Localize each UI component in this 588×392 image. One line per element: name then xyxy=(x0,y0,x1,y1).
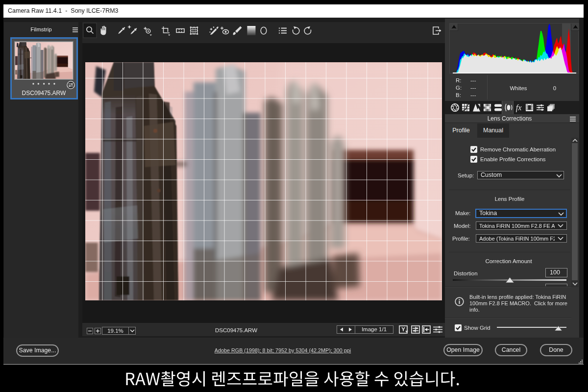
svg-text:fx: fx xyxy=(516,103,522,112)
